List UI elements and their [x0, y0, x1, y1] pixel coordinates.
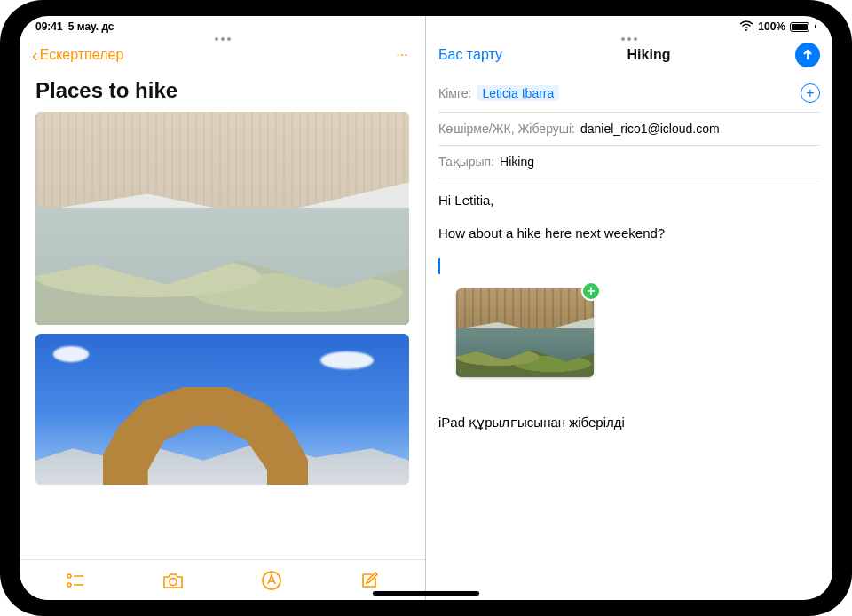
svg-point-7: [67, 583, 71, 587]
home-indicator[interactable]: [373, 591, 479, 596]
text-cursor: [438, 258, 440, 274]
mail-header-fields: Кімге: Leticia Ibarra + Көшірме/ЖК, Жібе…: [426, 75, 832, 178]
back-chevron-icon[interactable]: ‹: [32, 46, 38, 64]
svg-point-4: [406, 54, 407, 56]
notes-toolbar: [20, 559, 425, 600]
svg-point-3: [401, 54, 403, 56]
svg-point-9: [170, 578, 177, 585]
note-body[interactable]: [20, 112, 425, 559]
battery-percent: 100%: [758, 20, 785, 33]
status-bar: 09:41 5 мау. дс 100%: [20, 16, 832, 36]
drop-add-icon: +: [581, 281, 601, 301]
body-line-2: How about a hike here next weekend?: [438, 224, 820, 244]
cancel-button[interactable]: Бас тарту: [438, 47, 502, 63]
cc-from-field[interactable]: Көшірме/ЖК, Жіберуші: daniel_rico1@iclou…: [438, 113, 820, 146]
notes-navbar: ‹ Ескертпелер: [20, 36, 425, 75]
ipad-device-frame: 09:41 5 мау. дс 100%: [0, 0, 852, 616]
share-icon[interactable]: [358, 44, 379, 66]
notes-pane: ‹ Ескертпелер: [20, 16, 426, 600]
mail-title: Hiking: [502, 47, 795, 63]
subject-value: Hiking: [500, 154, 534, 169]
cc-label: Көшірме/ЖК, Жіберуші:: [438, 122, 575, 136]
multitask-handle-left[interactable]: [215, 37, 231, 41]
dragged-attachment[interactable]: +: [456, 288, 594, 377]
to-label: Кімге:: [438, 86, 471, 100]
svg-point-5: [67, 574, 71, 578]
mail-pane: Бас тарту Hiking Кімге: Leticia Ibarra +…: [426, 16, 832, 600]
more-icon[interactable]: [391, 44, 413, 66]
note-title: Places to hike: [20, 75, 425, 112]
status-date: 5 мау. дс: [68, 20, 114, 33]
back-button[interactable]: Ескертпелер: [40, 47, 124, 63]
svg-point-2: [398, 54, 399, 56]
note-image-2[interactable]: [36, 334, 409, 485]
checklist-icon[interactable]: [64, 569, 87, 592]
mail-navbar: Бас тарту Hiking: [426, 36, 832, 75]
markup-icon[interactable]: [260, 569, 283, 592]
compose-icon[interactable]: [358, 569, 381, 592]
status-time: 09:41: [36, 20, 63, 33]
screen: 09:41 5 мау. дс 100%: [20, 16, 832, 600]
add-contact-button[interactable]: +: [801, 83, 820, 103]
camera-icon[interactable]: [162, 569, 185, 592]
mail-body[interactable]: Hi Letitia, How about a hike here next w…: [426, 178, 832, 445]
svg-point-0: [746, 29, 747, 31]
mail-signature: iPad құрылғысынан жіберілді: [438, 413, 820, 433]
send-button[interactable]: [795, 43, 820, 67]
wifi-icon: [739, 20, 753, 34]
subject-label: Тақырып:: [438, 154, 494, 169]
battery-icon: [790, 22, 809, 32]
recipient-pill[interactable]: Leticia Ibarra: [477, 85, 559, 101]
to-field[interactable]: Кімге: Leticia Ibarra +: [438, 75, 820, 113]
from-value: daniel_rico1@icloud.com: [580, 122, 720, 136]
multitask-handle-right[interactable]: [621, 37, 637, 41]
body-line-1: Hi Letitia,: [438, 191, 820, 211]
note-image-1[interactable]: [36, 112, 409, 325]
subject-field[interactable]: Тақырып: Hiking: [438, 146, 820, 178]
battery-tip: [815, 25, 816, 28]
